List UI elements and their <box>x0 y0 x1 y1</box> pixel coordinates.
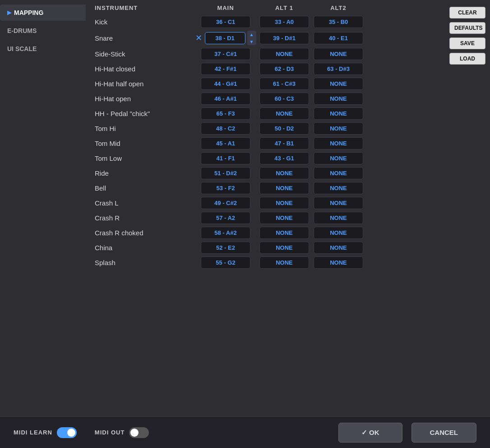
alt1-midi-button[interactable]: 60 - C3 <box>259 93 309 105</box>
instrument-name: Ride <box>95 169 194 177</box>
main-col-header: MAIN <box>194 5 257 11</box>
table-row: China52 - E2NONENONE <box>95 242 436 254</box>
main-midi-button[interactable]: 53 - F2 <box>201 182 250 194</box>
sidebar-item-mapping-label: MAPPING <box>14 9 43 16</box>
instrument-col-header: INSTRUMENT <box>95 5 194 11</box>
main-midi-button[interactable]: 46 - A#1 <box>201 93 250 105</box>
defaults-button[interactable]: DEFAULTS <box>449 22 485 34</box>
alt1-midi-button[interactable]: NONE <box>259 242 309 254</box>
main-midi-button[interactable]: 49 - C#2 <box>201 197 250 209</box>
sidebar-item-edrums-label: E-DRUMS <box>7 27 37 34</box>
main-midi-button[interactable]: 55 - G2 <box>201 257 250 269</box>
alt1-midi-button[interactable]: NONE <box>259 167 309 179</box>
main-midi-button[interactable]: 36 - C1 <box>201 16 250 28</box>
table-row: Crash R57 - A2NONENONE <box>95 212 436 224</box>
alt2-midi-button[interactable]: NONE <box>314 182 363 194</box>
alt2-midi-button[interactable]: 40 - E1 <box>314 32 363 44</box>
table-row: Kick36 - C133 - A035 - B0 <box>95 16 436 28</box>
alt1-midi-button[interactable]: NONE <box>259 182 309 194</box>
ok-button[interactable]: ✓ OK <box>338 423 402 443</box>
table-row: HH - Pedal "chick"65 - F3NONENONE <box>95 107 436 120</box>
clear-button[interactable]: CLEAR <box>449 7 485 19</box>
alt1-midi-button[interactable]: 43 - G1 <box>259 152 309 164</box>
snare-clear-icon[interactable]: ✕ <box>195 33 202 43</box>
alt1-midi-button[interactable]: 62 - D3 <box>259 63 309 75</box>
sidebar: ▶ MAPPING E-DRUMS UI SCALE <box>0 0 86 416</box>
instrument-name: Hi-Hat half open <box>95 80 194 88</box>
right-panel: CLEAR DEFAULTS SAVE LOAD <box>445 0 490 416</box>
instrument-name: Crash L <box>95 199 194 207</box>
table-row: Snare✕▲▼39 - D#140 - E1 <box>95 31 436 45</box>
bottom-buttons: ✓ OK CANCEL <box>338 423 476 443</box>
load-button[interactable]: LOAD <box>449 53 485 65</box>
alt2-midi-button[interactable]: NONE <box>314 167 363 179</box>
alt1-midi-button[interactable]: NONE <box>259 212 309 224</box>
instrument-name: Bell <box>95 184 194 192</box>
table-row: Tom Low41 - F143 - G1NONE <box>95 152 436 164</box>
table-row: Hi-Hat half open44 - G#161 - C#3NONE <box>95 78 436 90</box>
midi-out-toggle[interactable] <box>129 427 149 438</box>
main-midi-button[interactable]: 45 - A1 <box>201 137 250 149</box>
alt2-midi-button[interactable]: NONE <box>314 242 363 254</box>
main-midi-button[interactable]: 57 - A2 <box>201 212 250 224</box>
main-midi-button[interactable]: 48 - C2 <box>201 122 250 135</box>
alt2-midi-button[interactable]: 35 - B0 <box>314 16 363 28</box>
midi-out-label: MIDI OUT <box>95 429 125 436</box>
snare-decrement-button[interactable]: ▼ <box>247 38 256 45</box>
cancel-button[interactable]: CANCEL <box>411 423 477 443</box>
instrument-name: China <box>95 244 194 252</box>
main-midi-button[interactable]: 51 - D#2 <box>201 167 250 179</box>
alt1-midi-button[interactable]: NONE <box>259 107 309 120</box>
sidebar-item-mapping[interactable]: ▶ MAPPING <box>0 5 86 21</box>
alt1-midi-button[interactable]: 47 - B1 <box>259 137 309 149</box>
alt1-midi-button[interactable]: 61 - C#3 <box>259 78 309 90</box>
alt2-midi-button[interactable]: NONE <box>314 48 363 60</box>
alt2-midi-button[interactable]: NONE <box>314 152 363 164</box>
alt2-midi-button[interactable]: NONE <box>314 197 363 209</box>
snare-spinners: ▲▼ <box>247 31 256 45</box>
main-midi-button[interactable]: 44 - G#1 <box>201 78 250 90</box>
main-midi-button[interactable]: 41 - F1 <box>201 152 250 164</box>
instrument-name: Snare <box>95 34 194 42</box>
instrument-name: Hi-Hat open <box>95 95 194 103</box>
midi-learn-group: MIDI LEARN <box>14 427 77 438</box>
instrument-name: Side-Stick <box>95 50 194 58</box>
sidebar-item-uiscale[interactable]: UI SCALE <box>0 41 86 57</box>
instrument-name: Tom Mid <box>95 140 194 147</box>
alt1-midi-button[interactable]: 39 - D#1 <box>259 32 309 44</box>
instrument-name: Splash <box>95 259 194 266</box>
instrument-name: Hi-Hat closed <box>95 65 194 73</box>
main-midi-button[interactable]: 58 - A#2 <box>201 227 250 239</box>
snare-edit-group: ✕▲▼ <box>195 31 256 45</box>
alt1-col-header: ALT 1 <box>257 5 311 11</box>
main-midi-button[interactable]: 65 - F3 <box>201 107 250 120</box>
alt2-midi-button[interactable]: NONE <box>314 78 363 90</box>
alt2-midi-button[interactable]: NONE <box>314 257 363 269</box>
snare-increment-button[interactable]: ▲ <box>247 31 256 38</box>
alt2-midi-button[interactable]: NONE <box>314 93 363 105</box>
alt1-midi-button[interactable]: NONE <box>259 257 309 269</box>
snare-input[interactable] <box>205 32 245 44</box>
alt1-midi-button[interactable]: 50 - D2 <box>259 122 309 135</box>
midi-learn-toggle[interactable] <box>57 427 77 438</box>
main-midi-button[interactable]: 52 - E2 <box>201 242 250 254</box>
alt2-midi-button[interactable]: NONE <box>314 137 363 149</box>
alt2-midi-button[interactable]: 63 - D#3 <box>314 63 363 75</box>
alt2-midi-button[interactable]: NONE <box>314 212 363 224</box>
alt1-midi-button[interactable]: NONE <box>259 197 309 209</box>
save-button[interactable]: SAVE <box>449 37 485 49</box>
instrument-name: HH - Pedal "chick" <box>95 110 194 117</box>
alt2-midi-button[interactable]: NONE <box>314 227 363 239</box>
alt1-midi-button[interactable]: NONE <box>259 48 309 60</box>
alt2-midi-button[interactable]: NONE <box>314 107 363 120</box>
midi-out-group: MIDI OUT <box>95 427 149 438</box>
main-midi-button[interactable]: 42 - F#1 <box>201 63 250 75</box>
instrument-name: Tom Hi <box>95 125 194 132</box>
alt1-midi-button[interactable]: 33 - A0 <box>259 16 309 28</box>
table-row: Side-Stick37 - C#1NONENONE <box>95 48 436 60</box>
alt2-midi-button[interactable]: NONE <box>314 122 363 135</box>
alt1-midi-button[interactable]: NONE <box>259 227 309 239</box>
sidebar-item-edrums[interactable]: E-DRUMS <box>0 23 86 39</box>
table-header: INSTRUMENT MAIN ALT 1 ALT2 <box>95 5 436 11</box>
main-midi-button[interactable]: 37 - C#1 <box>201 48 250 60</box>
